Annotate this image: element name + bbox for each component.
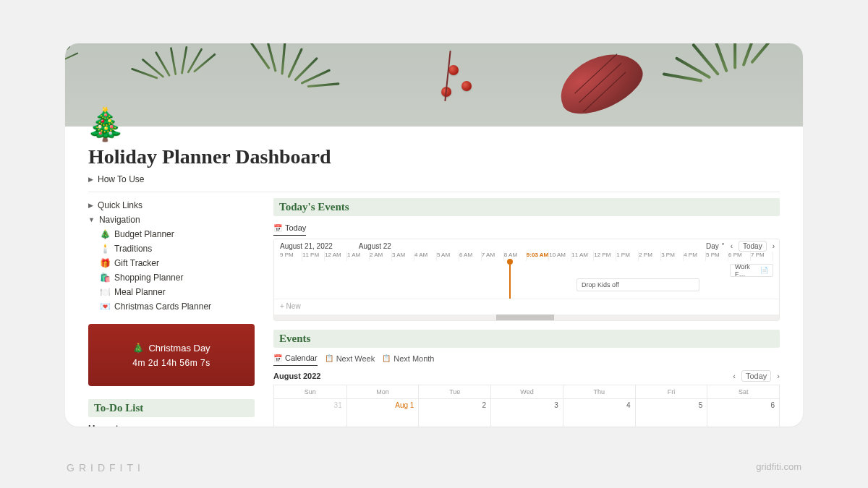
nav-item-traditions[interactable]: 🕯️Traditions	[88, 241, 255, 256]
calendar-month-label: August 2022	[273, 372, 320, 380]
timeline-date: August 21, 2022	[280, 242, 333, 250]
page-icon[interactable]: 🎄	[85, 108, 125, 140]
berry-decoration	[461, 81, 472, 91]
events-header: Events	[273, 330, 780, 348]
countdown-widget: 🎄 Christmas Day 4m 2d 14h 56m 7s	[88, 324, 255, 386]
calendar-cell[interactable]: 31	[274, 399, 346, 427]
calendar-cell[interactable]: 2	[418, 399, 490, 427]
calendar-cell[interactable]: Aug 1	[346, 399, 419, 427]
caret-down-icon: ▼	[88, 216, 95, 223]
calendar-next[interactable]: ›	[777, 372, 780, 380]
calendar-icon: 📅	[273, 224, 282, 232]
sidebar: ▶ Quick Links ▼ Navigation 🎄Budget Plann…	[88, 198, 255, 427]
berry-decoration	[448, 65, 459, 75]
timeline-event-work[interactable]: Work F… 📄	[730, 264, 773, 277]
list-icon: 📋	[325, 354, 333, 362]
page-title[interactable]: Holiday Planner Dashboard	[88, 145, 780, 168]
watermark-right: gridfiti.com	[756, 461, 801, 472]
tree-icon: 🎄	[100, 229, 110, 239]
todo-urgent-label: Urgent	[88, 423, 255, 427]
nav-item-shopping-planner[interactable]: 🛍️Shopping Planner	[88, 270, 255, 285]
timeline[interactable]: Day ˅ ‹ Today › August 21, 2022 August 2…	[273, 239, 780, 321]
nav-item-budget-planner[interactable]: 🎄Budget Planner	[88, 227, 255, 241]
todo-header: To-Do List	[88, 399, 255, 417]
toggle-quick-links[interactable]: ▶ Quick Links	[88, 198, 255, 213]
list-icon: 📋	[382, 354, 391, 362]
granularity-select[interactable]: Day ˅	[706, 242, 725, 250]
calendar-cell[interactable]: 6	[707, 399, 779, 427]
caret-right-icon: ▶	[88, 176, 93, 183]
timeline-scrollbar[interactable]	[274, 314, 779, 320]
main-column: Today's Events 📅 Today Day ˅ ‹ Today ›	[273, 198, 780, 427]
notion-page-frame: 🎄 Holiday Planner Dashboard ▶ How To Use…	[65, 43, 803, 427]
timeline-date: August 22	[359, 242, 391, 250]
leaf-decoration	[550, 43, 650, 124]
view-tab-next-week[interactable]: 📋Next Week	[325, 351, 375, 366]
calendar-prev[interactable]: ‹	[733, 372, 736, 380]
calendar-today-button[interactable]: Today	[741, 370, 771, 382]
nav-item-cards-planner[interactable]: 💌Christmas Cards Planner	[88, 299, 255, 314]
navigation-label: Navigation	[99, 215, 140, 225]
today-events-header: Today's Events	[273, 198, 780, 216]
timeline-event-drop-kids[interactable]: Drop Kids off	[576, 278, 699, 291]
view-tab-next-month[interactable]: 📋Next Month	[382, 351, 434, 366]
how-to-use-label: How To Use	[98, 174, 144, 184]
countdown-time: 4m 2d 14h 56m 7s	[132, 358, 210, 368]
calendar-cell[interactable]: 3	[490, 399, 563, 427]
card-icon: 💌	[100, 301, 110, 312]
calendar-cell[interactable]: 4	[563, 399, 635, 427]
nav-item-meal-planner[interactable]: 🍽️Meal Planner	[88, 285, 255, 299]
calendar-grid[interactable]: SunMonTueWedThuFriSat 31Aug 123456 78910…	[273, 385, 780, 427]
watermark-left: GRIDFITI	[67, 462, 145, 474]
view-tab-today[interactable]: 📅 Today	[273, 221, 306, 236]
nav-item-gift-tracker[interactable]: 🎁Gift Tracker	[88, 256, 255, 270]
divider	[88, 192, 780, 192]
tree-icon: 🎄	[132, 343, 144, 354]
quick-links-label: Quick Links	[98, 200, 142, 210]
timeline-new-row[interactable]: + New	[274, 299, 779, 314]
view-tab-calendar[interactable]: 📅Calendar	[273, 351, 318, 366]
timeline-next[interactable]: ›	[773, 242, 775, 250]
plate-icon: 🍽️	[100, 287, 110, 297]
gift-icon: 🎁	[100, 258, 110, 268]
timeline-today-button[interactable]: Today	[739, 241, 767, 252]
timeline-prev[interactable]: ‹	[731, 242, 733, 250]
toggle-navigation[interactable]: ▼ Navigation	[88, 213, 255, 227]
caret-right-icon: ▶	[88, 202, 93, 209]
timeline-hours: 9 PM11 PM12 AM1 AM2 AM3 AM4 AM5 AM6 AM7 …	[274, 250, 779, 261]
countdown-title: Christmas Day	[148, 343, 210, 354]
toggle-how-to-use[interactable]: ▶ How To Use	[88, 174, 780, 184]
cover-image	[65, 43, 803, 127]
calendar-cell[interactable]: 5	[635, 399, 707, 427]
candle-icon: 🕯️	[100, 244, 110, 254]
calendar-icon: 📅	[273, 354, 282, 362]
now-indicator	[509, 261, 511, 299]
bag-icon: 🛍️	[100, 273, 110, 283]
